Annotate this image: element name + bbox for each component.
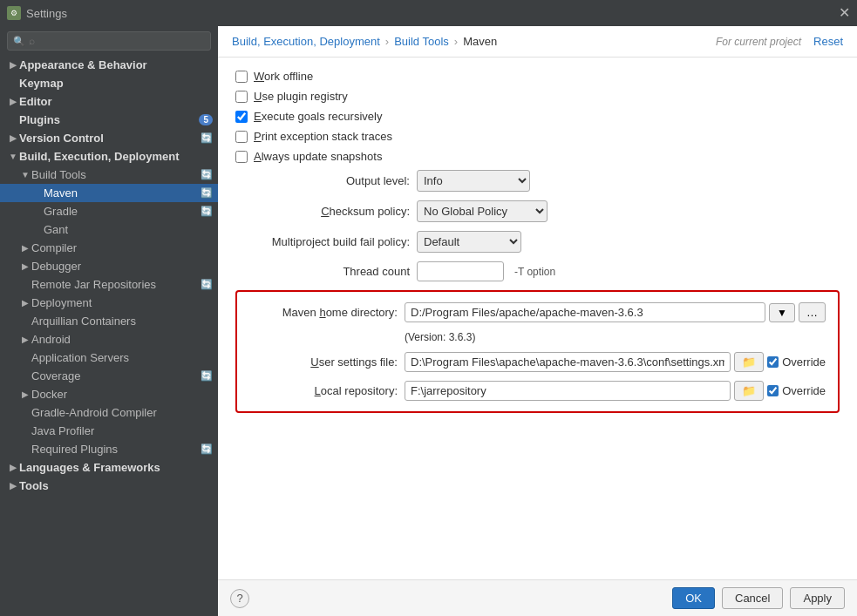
sync-icon: 🔄 [201,206,213,217]
footer: ? OK Cancel Apply [218,579,857,616]
sidebar-item-label: Editor [19,95,218,108]
sidebar-item-build-exec[interactable]: ▼ Build, Execution, Deployment [0,147,218,166]
maven-home-label: Maven home directory: [249,306,398,319]
sidebar-item-gant[interactable]: ▶ Gant [0,220,218,239]
maven-home-input[interactable] [405,302,765,322]
content-area: Build, Execution, Deployment › Build Too… [218,26,857,616]
user-settings-browse-btn[interactable]: 📁 [734,352,764,372]
local-repo-input[interactable] [405,381,731,401]
sidebar-item-editor[interactable]: ▶ Editor [0,92,218,111]
work-offline-checkbox[interactable] [235,71,248,83]
sidebar-item-label: Gradle [44,205,201,218]
output-level-row: Output level: Info Debug Error [235,170,840,192]
expand-arrow: ▶ [7,133,19,143]
sidebar-item-debugger[interactable]: ▶ Debugger [0,257,218,275]
sidebar-item-label: Docker [31,388,218,401]
sidebar-item-appearance[interactable]: ▶ Appearance & Behavior [0,56,218,74]
checksum-policy-select[interactable]: No Global Policy Warn Fail Ignore [417,200,548,222]
sidebar-item-label: Required Plugins [31,443,201,456]
breadcrumb: Build, Execution, Deployment › Build Too… [218,26,857,58]
sidebar-item-maven[interactable]: ▶ Maven 🔄 [0,184,218,202]
sidebar-item-plugins[interactable]: ▶ Plugins 5 [0,111,218,129]
multiproject-policy-select[interactable]: Default Never At End Immediately [417,231,521,253]
sidebar-item-coverage[interactable]: ▶ Coverage 🔄 [0,367,218,385]
sidebar-item-app-servers[interactable]: ▶ Application Servers [0,349,218,367]
maven-home-browse-btn[interactable]: … [799,302,826,322]
sidebar-item-build-tools[interactable]: ▼ Build Tools 🔄 [0,166,218,184]
sidebar-item-tools[interactable]: ▶ Tools [0,477,218,495]
local-repo-override-wrap: Override [767,384,826,397]
search-box[interactable]: 🔍 [7,31,211,51]
reset-button[interactable]: Reset [813,35,843,48]
expand-arrow: ▼ [7,152,19,161]
always-update-label: Always update snapshots [254,150,382,163]
sidebar-item-required-plugins[interactable]: ▶ Required Plugins 🔄 [0,440,218,458]
user-settings-input[interactable] [405,352,731,372]
sidebar-item-gradle-android[interactable]: ▶ Gradle-Android Compiler [0,403,218,422]
thread-count-input[interactable] [417,261,504,281]
sidebar-item-label: Remote Jar Repositories [31,278,201,291]
search-input[interactable] [29,35,205,47]
t-option-label: -T option [514,266,555,278]
expand-arrow: ▶ [7,463,19,472]
local-repo-row: Local repository: 📁 Override [249,381,826,401]
sidebar-item-remote-jar[interactable]: ▶ Remote Jar Repositories 🔄 [0,275,218,294]
close-button[interactable]: ✕ [839,6,850,20]
multiproject-policy-label: Multiproject build fail policy: [235,235,410,248]
use-plugin-registry-checkbox[interactable] [235,91,248,103]
sidebar-item-deployment[interactable]: ▶ Deployment [0,294,218,312]
sidebar-item-android[interactable]: ▶ Android [0,330,218,349]
expand-arrow: ▶ [7,60,19,70]
expand-arrow: ▶ [19,389,31,399]
breadcrumb-build-tools[interactable]: Build Tools [394,35,449,48]
user-settings-row: User settings file: 📁 Override [249,352,826,372]
sidebar-item-version-control[interactable]: ▶ Version Control 🔄 [0,129,218,147]
output-level-select[interactable]: Info Debug Error [417,170,530,192]
multiproject-policy-row: Multiproject build fail policy: Default … [235,231,840,253]
sidebar-item-label: Appearance & Behavior [19,58,218,71]
sidebar-item-label: Arquillian Containers [31,315,218,328]
ok-button[interactable]: OK [672,587,715,609]
output-level-label: Output level: [235,174,410,187]
print-exception-checkbox[interactable] [235,131,248,143]
sidebar-item-label: Application Servers [31,351,218,364]
local-repo-override-checkbox[interactable] [767,385,779,396]
sidebar-item-label: Keymap [19,77,218,90]
sidebar-item-arquillian[interactable]: ▶ Arquillian Containers [0,312,218,330]
sidebar-item-docker[interactable]: ▶ Docker [0,385,218,403]
checkbox-always-update: Always update snapshots [235,150,840,163]
apply-button[interactable]: Apply [790,587,845,609]
sidebar: 🔍 ▶ Appearance & Behavior ▶ Keymap ▶ Edi… [0,26,218,616]
thread-count-row: Thread count -T option [235,261,840,281]
execute-goals-checkbox[interactable] [235,111,248,123]
always-update-checkbox[interactable] [235,151,248,163]
sidebar-item-keymap[interactable]: ▶ Keymap [0,74,218,92]
maven-home-row: Maven home directory: ▼ … [249,302,826,322]
print-exception-label: Print exception stack traces [254,130,392,143]
sidebar-item-languages[interactable]: ▶ Languages & Frameworks [0,458,218,477]
cancel-button[interactable]: Cancel [722,587,783,609]
breadcrumb-build-exec[interactable]: Build, Execution, Deployment [232,35,380,48]
settings-form: Work offline Use plugin registry Execute… [218,58,857,579]
sidebar-item-label: Java Profiler [31,424,218,437]
sidebar-item-label: Maven [44,186,201,200]
user-settings-label: User settings file: [249,355,398,369]
sidebar-item-gradle[interactable]: ▶ Gradle 🔄 [0,202,218,220]
main-area: 🔍 ▶ Appearance & Behavior ▶ Keymap ▶ Edi… [0,26,857,616]
title-bar: ⚙ Settings ✕ [0,0,857,26]
local-repo-browse-btn[interactable]: 📁 [734,381,764,401]
sync-icon: 🔄 [201,370,213,382]
maven-home-dropdown-btn[interactable]: ▼ [769,303,795,322]
expand-arrow: ▶ [19,298,31,308]
sidebar-item-label: Version Control [19,132,201,145]
help-button[interactable]: ? [230,589,249,608]
sidebar-item-label: Deployment [31,296,218,309]
thread-count-label: Thread count [235,265,410,278]
sidebar-item-java-profiler[interactable]: ▶ Java Profiler [0,422,218,440]
user-settings-override-checkbox[interactable] [767,356,779,368]
sync-icon: 🔄 [201,279,213,290]
app-icon: ⚙ [7,6,21,20]
sidebar-item-compiler[interactable]: ▶ Compiler [0,239,218,257]
execute-goals-label: Execute goals recursively [254,110,382,123]
breadcrumb-maven: Maven [463,35,497,48]
